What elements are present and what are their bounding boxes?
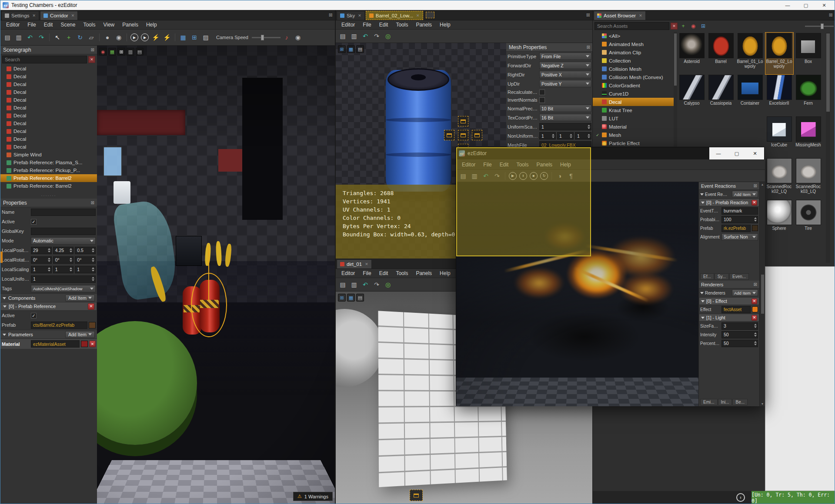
select-icon[interactable]: ↖ (52, 32, 63, 43)
event-reactions-header[interactable]: Event Reactions ⊠ (699, 182, 759, 190)
asset-item[interactable]: ScannedRock02_LQ (765, 158, 793, 199)
spinner[interactable] (754, 322, 757, 329)
asset-item[interactable]: ScannedRock03_LQ (795, 158, 822, 199)
panel-tab[interactable]: Emi... (700, 399, 718, 405)
asset-type-item[interactable]: Curve1D (593, 90, 674, 98)
spinner[interactable] (48, 256, 50, 263)
prefab-reaction-group[interactable]: [0] - Prefab Reaction ✕ (699, 199, 759, 206)
pause-icon[interactable]: ‖ (519, 172, 527, 180)
asset-item[interactable]: MissingMesh (795, 116, 822, 158)
tab-close-icon[interactable]: ✕ (416, 13, 420, 18)
thumbnail-size-slider[interactable] (805, 26, 834, 27)
dock-close-icon[interactable]: ⊠ (91, 47, 94, 52)
document-tab[interactable]: dirt_01 ✕ (337, 259, 372, 269)
dock-close-icon[interactable]: ⊠ (91, 200, 94, 205)
panel-tab[interactable]: Ini... (718, 399, 732, 405)
tab-close-icon[interactable]: ✕ (33, 13, 36, 18)
pin-icon[interactable]: ¶ (566, 171, 576, 181)
material-asset-field[interactable]: ezMaterialAsset (31, 340, 80, 348)
menu-item[interactable]: Editor (337, 269, 359, 278)
material-swatch[interactable] (81, 341, 88, 347)
menu-item[interactable]: File (359, 20, 375, 29)
asset-type-item[interactable]: Particle Effect (593, 139, 674, 147)
asset-item[interactable]: Fern (795, 74, 822, 116)
undo-icon[interactable]: ↶ (481, 171, 491, 181)
menu-item[interactable]: File (479, 160, 495, 169)
document-tab[interactable]: Barrel_02_Low... ✕ (366, 11, 423, 20)
spinner[interactable] (92, 266, 94, 273)
spinner[interactable] (48, 247, 50, 254)
renderers-header[interactable]: Renderers ⊠ (699, 281, 759, 288)
menu-item[interactable]: Help (556, 160, 575, 169)
scroll-up-icon[interactable]: ▲ (761, 183, 764, 186)
dock-close-icon[interactable]: ⊠ (826, 12, 835, 18)
dock-scrollbar[interactable]: ▲▼ (759, 182, 765, 406)
menu-item[interactable]: Editor (337, 20, 359, 29)
clear-search-icon[interactable]: ✕ (88, 56, 95, 63)
scene-node[interactable]: Prefab Reference: Barrel2 (0, 174, 97, 182)
add-event-reaction-button[interactable]: Add Item (732, 191, 758, 198)
search-input[interactable] (2, 56, 87, 63)
spinner[interactable] (754, 331, 757, 338)
sizefactor-field[interactable]: 3 (721, 322, 758, 330)
maximize-button[interactable]: ▢ (728, 147, 746, 159)
divider[interactable] (175, 33, 175, 41)
view-mode-icon[interactable]: ▦ (347, 45, 355, 53)
menu-item[interactable]: Edit (40, 20, 57, 29)
menu-item[interactable]: File (23, 20, 40, 29)
prefab-asset-field[interactable]: rk.ezPrefab (721, 225, 751, 232)
rightdir-dropdown[interactable]: Positive X (539, 71, 591, 78)
tree-scrollbar[interactable] (674, 32, 677, 149)
redo-icon[interactable]: ↷ (492, 171, 502, 181)
asset-type-item[interactable]: LUT (593, 114, 674, 123)
uniform-scale-field[interactable]: 1 (31, 275, 96, 283)
translate-icon[interactable]: + (63, 32, 74, 43)
name-field[interactable] (31, 209, 96, 216)
properties-panel-header[interactable]: Properties ⊠ (0, 199, 97, 207)
menu-item[interactable]: Help (436, 269, 454, 278)
title-bar[interactable]: ez Testing Chambers - ezEditor — ▢ ✕ (0, 0, 835, 10)
menu-item[interactable]: Edit (375, 20, 392, 29)
effect-asset-field[interactable]: fectAsset (721, 306, 751, 313)
component-active-checkbox[interactable]: ✓ (31, 313, 37, 318)
save-icon[interactable]: ▤ (2, 32, 13, 43)
uniformscaling-field[interactable]: 1 (539, 123, 591, 130)
views-icon[interactable]: ▥ (127, 48, 134, 56)
asset-type-item[interactable]: Collision Mesh (593, 65, 674, 73)
redo-icon[interactable]: ↷ (371, 279, 382, 290)
asset-item[interactable]: Sphere (765, 199, 793, 241)
spinner[interactable] (754, 340, 757, 347)
scroll-down-icon[interactable]: ▼ (761, 402, 764, 405)
asset-type-item[interactable]: Material (593, 123, 674, 131)
rotation-y-field[interactable]: 0° (53, 256, 74, 264)
close-button[interactable]: ✕ (746, 147, 764, 159)
spinner[interactable] (588, 123, 590, 130)
effect-renderer-group[interactable]: [0] - Effect ✕ (699, 297, 759, 305)
menu-item[interactable]: View (99, 20, 118, 29)
invertnormals-checkbox[interactable] (539, 97, 545, 103)
particle-editor-window[interactable]: ez ezEditor — ▢ ✕ Editor File Edit Tools… (456, 147, 765, 406)
scene-viewport[interactable]: ◉ ▦ ⊞ ▥ ▤ ⚠ 1 Warnings (97, 46, 335, 504)
menu-item[interactable]: Panels (412, 269, 436, 278)
nonuniform-z-field[interactable]: 1 (575, 132, 591, 139)
menu-item[interactable]: Help (436, 20, 454, 29)
open-icon[interactable]: ▥ (349, 279, 359, 290)
spinner[interactable] (552, 133, 554, 139)
minimize-button[interactable]: — (709, 147, 728, 159)
spinner[interactable] (92, 247, 94, 254)
spinner[interactable] (70, 247, 72, 254)
divider[interactable] (99, 33, 100, 41)
asset-item[interactable]: IceCube (765, 116, 793, 158)
asset-type-item[interactable]: ColorGradient (593, 81, 674, 90)
grid-icon[interactable]: ▦ (178, 32, 188, 43)
pause-status-icon[interactable]: ‖ (736, 493, 745, 502)
nonuniform-x-field[interactable]: 1 (539, 132, 556, 139)
nonuniform-y-field[interactable]: 1 (557, 132, 574, 139)
tab-close-icon[interactable]: ✕ (358, 13, 361, 18)
asset-item[interactable]: Barrel (707, 33, 735, 74)
asset-item[interactable]: Calypso (678, 74, 706, 116)
capture-icon[interactable]: ◉ (293, 32, 303, 43)
save-icon[interactable]: ▤ (337, 279, 348, 290)
render-overlay-icon[interactable]: ▨ (200, 32, 211, 43)
remove-button[interactable]: ✕ (752, 315, 757, 321)
